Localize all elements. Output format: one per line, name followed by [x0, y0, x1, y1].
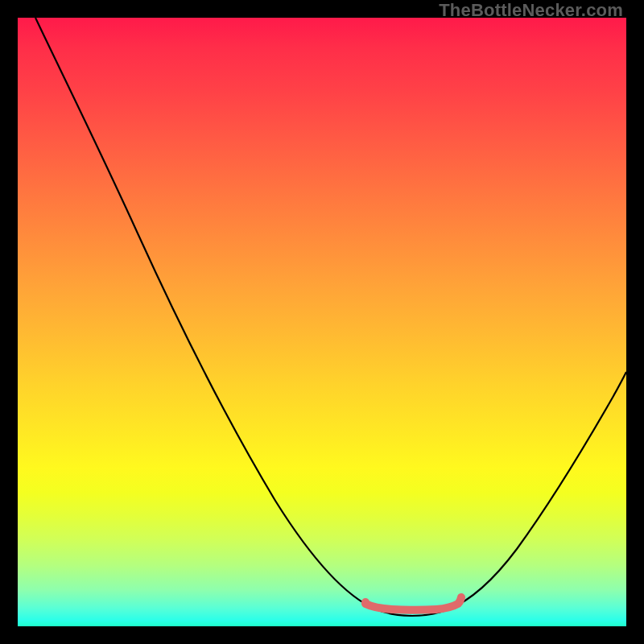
- chart-container: TheBottleNecker.com: [0, 0, 644, 644]
- chart-svg: [18, 18, 626, 626]
- optimal-range-marker-path: [365, 597, 461, 610]
- optimal-range-start-dot: [361, 598, 369, 606]
- plot-area: [18, 18, 626, 626]
- bottleneck-curve-path: [35, 18, 626, 616]
